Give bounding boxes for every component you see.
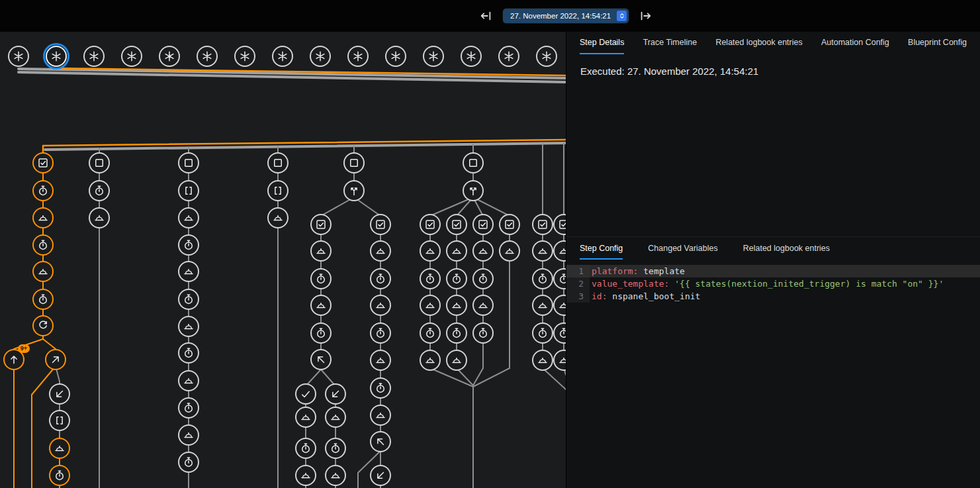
service-node[interactable] <box>295 407 316 428</box>
asterisk-node[interactable] <box>234 46 255 67</box>
condition-node[interactable] <box>499 214 520 235</box>
timer-node[interactable] <box>532 268 553 289</box>
timer-node[interactable] <box>295 438 316 459</box>
timer-node[interactable] <box>310 268 332 289</box>
choose-node[interactable] <box>343 180 365 201</box>
service-node[interactable] <box>267 207 289 228</box>
timer-node[interactable] <box>32 180 54 201</box>
asterisk-node[interactable] <box>310 46 331 67</box>
timer-node[interactable] <box>178 342 199 364</box>
square-node[interactable] <box>267 152 289 173</box>
condition-node[interactable] <box>420 214 441 235</box>
timer-node[interactable] <box>178 289 199 310</box>
repeat-node[interactable] <box>32 315 54 336</box>
service-node[interactable] <box>178 316 199 337</box>
service-node[interactable] <box>178 207 199 228</box>
arrow-down-left-node[interactable] <box>49 383 70 405</box>
timer-node[interactable] <box>89 180 110 201</box>
timer-node[interactable] <box>446 322 467 344</box>
service-node[interactable] <box>446 240 467 262</box>
trace-selector[interactable]: 27. November 2022, 14:54:21 <box>503 9 629 23</box>
square-node[interactable] <box>463 152 484 173</box>
service-node[interactable] <box>178 261 199 282</box>
asterisk-node[interactable] <box>385 46 406 67</box>
check-node[interactable] <box>295 383 316 405</box>
service-node[interactable] <box>32 261 54 282</box>
timer-node[interactable] <box>325 438 346 459</box>
service-node[interactable] <box>446 295 467 316</box>
condition-node[interactable] <box>532 214 553 235</box>
timer-node[interactable] <box>32 234 54 256</box>
condition-node[interactable] <box>446 214 467 235</box>
asterisk-node[interactable] <box>83 46 105 67</box>
condition-node[interactable] <box>310 214 332 235</box>
asterisk-node[interactable] <box>159 46 180 67</box>
service-node[interactable] <box>370 240 391 262</box>
condition-node[interactable] <box>370 214 391 235</box>
service-node[interactable] <box>420 295 441 316</box>
tab-changed-variables[interactable]: Changed Variables <box>648 238 717 260</box>
service-node[interactable] <box>49 438 70 459</box>
tab-related-logbook-entries[interactable]: Related logbook entries <box>715 32 802 54</box>
asterisk-node[interactable] <box>197 46 218 67</box>
service-node[interactable] <box>310 295 332 316</box>
arrow-up-node[interactable]: 9+ <box>3 349 24 370</box>
service-node[interactable] <box>472 240 494 262</box>
timer-node[interactable] <box>32 289 54 310</box>
choose-node[interactable] <box>463 180 484 201</box>
timer-node[interactable] <box>370 377 391 399</box>
arrow-up-right-node[interactable] <box>45 349 66 370</box>
arrow-down-left-node[interactable] <box>370 465 391 486</box>
service-node[interactable] <box>499 240 520 262</box>
tab-blueprint-config[interactable]: Blueprint Config <box>908 32 967 54</box>
tab-step-details[interactable]: Step Details <box>580 32 624 54</box>
timer-node[interactable] <box>178 234 199 256</box>
asterisk-node[interactable] <box>536 46 557 67</box>
tab-automation-config[interactable]: Automation Config <box>821 32 889 54</box>
tab-step-config[interactable]: Step Config <box>580 238 623 260</box>
asterisk-node[interactable] <box>461 46 482 67</box>
square-node[interactable] <box>343 152 365 173</box>
timer-node[interactable] <box>446 268 467 289</box>
service-node[interactable] <box>325 465 346 486</box>
service-node[interactable] <box>310 240 332 262</box>
service-node[interactable] <box>370 295 391 316</box>
timer-node[interactable] <box>49 465 70 486</box>
service-node[interactable] <box>446 350 467 371</box>
service-node[interactable] <box>532 295 553 316</box>
arrow-up-left-node[interactable] <box>310 349 332 370</box>
condition-node[interactable] <box>32 152 54 173</box>
asterisk-node[interactable] <box>347 46 369 67</box>
service-node[interactable] <box>295 465 316 486</box>
service-node[interactable] <box>420 240 441 262</box>
service-node[interactable] <box>178 424 199 446</box>
asterisk-node[interactable] <box>8 46 29 67</box>
service-node[interactable] <box>420 350 441 371</box>
tab-trace-timeline[interactable]: Trace Timeline <box>643 32 697 54</box>
brackets-node[interactable] <box>49 410 70 431</box>
asterisk-node[interactable] <box>498 46 519 67</box>
service-node[interactable] <box>532 240 553 262</box>
timer-node[interactable] <box>532 322 553 344</box>
asterisk-node[interactable] <box>423 46 444 67</box>
asterisk-node[interactable] <box>272 46 293 67</box>
timer-node[interactable] <box>178 397 199 418</box>
service-node[interactable] <box>472 295 494 316</box>
timer-node[interactable] <box>420 322 441 344</box>
timer-node[interactable] <box>310 322 332 344</box>
asterisk-node[interactable] <box>121 46 142 67</box>
square-node[interactable] <box>178 152 199 173</box>
timer-node[interactable] <box>472 322 494 344</box>
timer-node[interactable] <box>420 268 441 289</box>
service-node[interactable] <box>89 207 110 228</box>
brackets-node[interactable] <box>267 180 289 201</box>
service-node[interactable] <box>370 405 391 426</box>
service-node[interactable] <box>325 407 346 428</box>
timer-node[interactable] <box>178 452 199 473</box>
service-node[interactable] <box>178 370 199 391</box>
previous-trace-icon[interactable] <box>478 8 494 24</box>
condition-node[interactable] <box>472 214 494 235</box>
timer-node[interactable] <box>370 322 391 344</box>
arrow-down-left-node[interactable] <box>325 383 346 405</box>
square-node[interactable] <box>89 152 110 173</box>
